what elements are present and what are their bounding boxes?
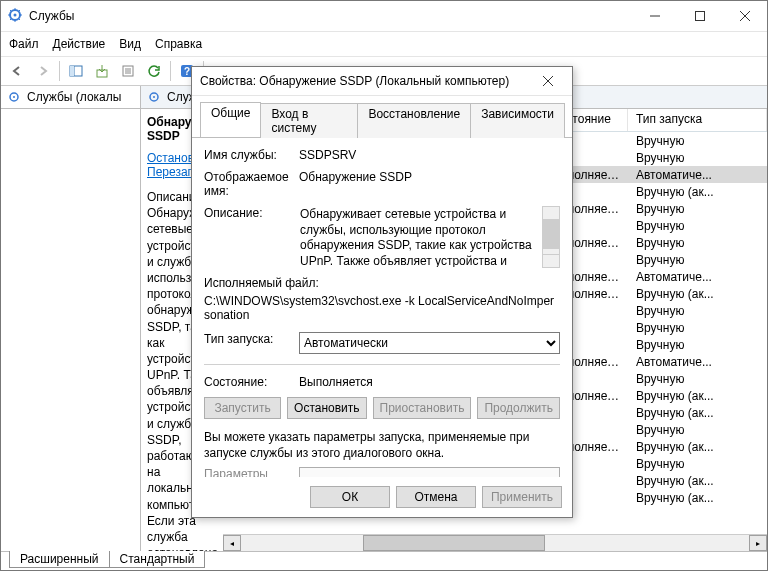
properties-dialog: Свойства: Обнаружение SSDP (Локальный ко…: [191, 66, 573, 518]
view-tabs: Расширенный Стандартный: [1, 551, 767, 571]
lbl-params: Параметры запуска:: [204, 467, 299, 477]
cell-start: Вручную (ак...: [628, 491, 767, 505]
val-state: Выполняется: [299, 375, 560, 389]
cell-start: Вручную (ак...: [628, 440, 767, 454]
lbl-exe: Исполняемый файл:: [204, 276, 560, 290]
cell-start: Вручную: [628, 134, 767, 148]
menu-view[interactable]: Вид: [119, 37, 141, 51]
menu-action[interactable]: Действие: [53, 37, 106, 51]
val-display-name: Обнаружение SSDP: [299, 170, 560, 184]
params-input: [299, 467, 560, 477]
tab-recovery[interactable]: Восстановление: [357, 103, 471, 138]
dialog-body: Имя службы:SSDPSRV Отображаемое имя:Обна…: [192, 138, 572, 477]
menu-file[interactable]: Файл: [9, 37, 39, 51]
dialog-title: Свойства: Обнаружение SSDP (Локальный ко…: [200, 74, 509, 88]
dialog-footer: ОК Отмена Применить: [192, 477, 572, 517]
params-note: Вы можете указать параметры запуска, при…: [204, 429, 560, 461]
gear-icon: [147, 90, 161, 104]
resume-button: Продолжить: [477, 397, 560, 419]
cell-start: Вручную: [628, 202, 767, 216]
cell-start: Вручную (ак...: [628, 474, 767, 488]
val-service-name: SSDPSRV: [299, 148, 560, 162]
cell-start: Вручную: [628, 236, 767, 250]
app-icon: [7, 7, 23, 26]
cancel-button[interactable]: Отмена: [396, 486, 476, 508]
cell-start: Вручную (ак...: [628, 389, 767, 403]
apply-button: Применить: [482, 486, 562, 508]
lbl-description: Описание:: [204, 206, 299, 220]
val-exe: C:\WINDOWS\system32\svchost.exe -k Local…: [204, 294, 560, 322]
cell-start: Вручную: [628, 423, 767, 437]
svg-text:?: ?: [184, 66, 190, 77]
ok-button[interactable]: ОК: [310, 486, 390, 508]
cell-start: Вручную: [628, 304, 767, 318]
cell-start: Автоматиче...: [628, 270, 767, 284]
cell-start: Вручную: [628, 372, 767, 386]
show-hide-tree-button[interactable]: [64, 59, 88, 83]
svg-point-21: [13, 96, 15, 98]
cell-start: Вручную: [628, 338, 767, 352]
tree-pane: Службы (локалы: [1, 86, 141, 551]
cell-start: Автоматиче...: [628, 355, 767, 369]
dialog-tabs: Общие Вход в систему Восстановление Зави…: [192, 96, 572, 138]
refresh-button[interactable]: [142, 59, 166, 83]
scroll-right-icon[interactable]: ▸: [749, 535, 767, 551]
cell-start: Вручную: [628, 151, 767, 165]
startup-type-select[interactable]: Автоматически: [299, 332, 560, 354]
gear-icon: [7, 90, 21, 104]
cell-start: Вручную (ак...: [628, 185, 767, 199]
description-scrollbar[interactable]: [542, 206, 560, 268]
cell-start: Вручную (ак...: [628, 287, 767, 301]
pause-button: Приостановить: [373, 397, 472, 419]
cell-start: Вручную: [628, 321, 767, 335]
lbl-startup-type: Тип запуска:: [204, 332, 299, 346]
tab-general[interactable]: Общие: [200, 102, 261, 137]
forward-button[interactable]: [31, 59, 55, 83]
scroll-left-icon[interactable]: ◂: [223, 535, 241, 551]
cell-start: Вручную: [628, 219, 767, 233]
col-start[interactable]: Тип запуска: [628, 109, 767, 131]
horizontal-scrollbar[interactable]: ◂ ▸: [223, 534, 767, 551]
tree-root[interactable]: Службы (локалы: [1, 86, 140, 109]
stop-button[interactable]: Остановить: [287, 397, 367, 419]
tab-standard[interactable]: Стандартный: [109, 551, 206, 568]
dialog-titlebar: Свойства: Обнаружение SSDP (Локальный ко…: [192, 67, 572, 96]
tab-dependencies[interactable]: Зависимости: [470, 103, 565, 138]
window-title: Службы: [29, 9, 74, 23]
lbl-state: Состояние:: [204, 375, 299, 389]
export-button[interactable]: [90, 59, 114, 83]
maximize-button[interactable]: [677, 1, 722, 31]
cell-start: Автоматиче...: [628, 168, 767, 182]
lbl-display-name: Отображаемое имя:: [204, 170, 299, 198]
val-description: Обнаруживает сетевые устройства и службы…: [299, 206, 538, 268]
dialog-close-button[interactable]: [532, 69, 564, 93]
minimize-button[interactable]: [632, 1, 677, 31]
close-button[interactable]: [722, 1, 767, 31]
scroll-thumb[interactable]: [363, 535, 545, 551]
cell-start: Вручную: [628, 253, 767, 267]
titlebar: Службы: [1, 1, 767, 32]
services-window: Службы Файл Действие Вид Справка ?: [0, 0, 768, 571]
cell-start: Вручную (ак...: [628, 406, 767, 420]
svg-rect-8: [70, 66, 74, 76]
menu-help[interactable]: Справка: [155, 37, 202, 51]
properties-button[interactable]: [116, 59, 140, 83]
cell-start: Вручную: [628, 457, 767, 471]
svg-point-1: [14, 13, 17, 16]
tab-extended[interactable]: Расширенный: [9, 551, 110, 568]
svg-rect-3: [695, 12, 704, 21]
lbl-service-name: Имя службы:: [204, 148, 299, 162]
tree-root-label: Службы (локалы: [27, 90, 121, 104]
start-button: Запустить: [204, 397, 281, 419]
tab-logon[interactable]: Вход в систему: [260, 103, 358, 138]
back-button[interactable]: [5, 59, 29, 83]
menubar: Файл Действие Вид Справка: [1, 32, 767, 57]
svg-point-23: [153, 96, 155, 98]
